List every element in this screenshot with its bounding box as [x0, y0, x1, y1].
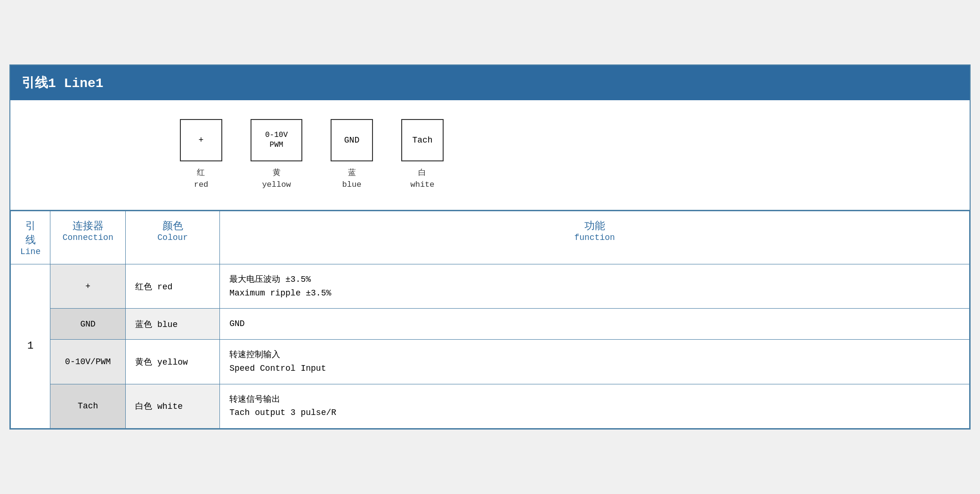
cell-function-4: 转速信号输出 Tach output 3 pulse/R	[220, 384, 970, 429]
cell-connection-1: +	[50, 264, 126, 309]
header-colour: 颜色 Colour	[126, 211, 220, 264]
connector-plus: + 红red	[180, 119, 222, 191]
connector-box-tach: Tach	[401, 119, 444, 161]
cell-function-2: GND	[220, 309, 970, 340]
connector-label-plus: 红red	[194, 167, 209, 191]
table-row: Tach 白色 white 转速信号输出 Tach output 3 pulse…	[11, 384, 970, 429]
connector-tach: Tach 白white	[401, 119, 444, 191]
connector-diagrams: + 红red 0-10VPWM 黄yellow	[180, 119, 444, 191]
header-connection: 连接器 Connection	[50, 211, 126, 264]
connector-label-pwm: 黄yellow	[262, 167, 291, 191]
title-row: 引线1 Line1	[10, 65, 970, 100]
table-row: GND 蓝色 blue GND	[11, 309, 970, 340]
table-row: 1 + 红色 red 最大电压波动 ±3.5% Maximum ripple ±…	[11, 264, 970, 309]
cell-connection-4: Tach	[50, 384, 126, 429]
data-table: 引线 Line 连接器 Connection 颜色 Colour 功能 func…	[10, 211, 970, 429]
cell-connection-2: GND	[50, 309, 126, 340]
table-header-row: 引线 Line 连接器 Connection 颜色 Colour 功能 func…	[11, 211, 970, 264]
header-function: 功能 function	[220, 211, 970, 264]
connector-gnd: GND 蓝blue	[331, 119, 373, 191]
cell-colour-1: 红色 red	[126, 264, 220, 309]
connector-box-plus: +	[180, 119, 222, 161]
connector-label-gnd: 蓝blue	[342, 167, 362, 191]
page-title: 引线1 Line1	[22, 76, 104, 91]
cell-function-3: 转速控制输入 Speed Control Input	[220, 340, 970, 384]
connector-label-tach: 白white	[410, 167, 434, 191]
connector-box-gnd: GND	[331, 119, 373, 161]
table-wrapper: 引线1 Line1 + 红red 0-10VPWM	[9, 64, 971, 430]
main-container: 引线1 Line1 + 红red 0-10VPWM	[9, 64, 971, 430]
header-line: 引线 Line	[11, 211, 50, 264]
cell-connection-3: 0-10V/PWM	[50, 340, 126, 384]
cell-function-1: 最大电压波动 ±3.5% Maximum ripple ±3.5%	[220, 264, 970, 309]
cell-colour-2: 蓝色 blue	[126, 309, 220, 340]
connector-box-pwm: 0-10VPWM	[251, 119, 302, 161]
table-row: 0-10V/PWM 黄色 yellow 转速控制输入 Speed Control…	[11, 340, 970, 384]
connector-pwm: 0-10VPWM 黄yellow	[251, 119, 302, 191]
cell-line-1: 1	[11, 264, 50, 429]
cell-colour-4: 白色 white	[126, 384, 220, 429]
cell-colour-3: 黄色 yellow	[126, 340, 220, 384]
diagram-row: + 红red 0-10VPWM 黄yellow	[10, 100, 970, 211]
